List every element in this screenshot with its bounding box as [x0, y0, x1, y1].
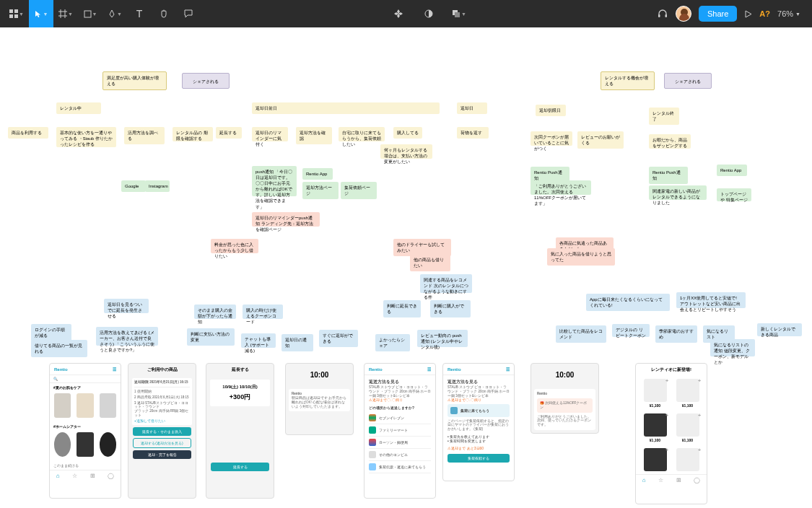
shape-tool[interactable]: ▼: [78, 0, 102, 27]
return-method-button[interactable]: 返却する(返却方法を見る): [133, 438, 191, 448]
mockup-push-return[interactable]: 10:00 Rentio 明日商品は返却日です お手元から離れればOK! 心配な…: [285, 363, 354, 435]
sticky-note[interactable]: デジタルの リピートクーポン: [612, 324, 650, 337]
sticky-note[interactable]: 借りてる商品の一覧が見れる: [31, 340, 87, 357]
sticky-note[interactable]: 関連家電の新しい商品がレンタルできるようになりました: [649, 185, 707, 200]
mockup-extend[interactable]: 延長する 10/9(土) 10/10(日) +300円 延長する: [206, 363, 274, 499]
sticky-note[interactable]: 返却日: [457, 102, 487, 114]
sticky-note[interactable]: すぐに返却ができる: [319, 330, 358, 347]
notification-badge[interactable]: A?: [759, 9, 770, 18]
user-icon: ◯: [108, 473, 114, 479]
sticky-note[interactable]: お暇だから、商品をザッピングする: [649, 134, 691, 149]
sticky-note[interactable]: 返却日前日: [252, 102, 440, 114]
sticky-note[interactable]: 他の商品も借りたい: [410, 254, 450, 271]
present-icon[interactable]: [744, 10, 752, 18]
sticky-note[interactable]: 判断に支払い方法の変更: [187, 328, 235, 346]
extend-button[interactable]: 延長する・そのまま購入: [133, 427, 191, 436]
mockup-new-arrivals[interactable]: レンティオに新登場! ¥1,100 ¥1,100 ¥1,100 ¥1,100 ⌂…: [635, 363, 707, 504]
share-button[interactable]: Share: [699, 6, 737, 22]
mockup-pickup[interactable]: Rentio☰ 返送方法を見る STAUB ストウブ ピコ・ココット・ラウンド …: [442, 363, 515, 481]
sticky-note[interactable]: 返却方法ページ: [302, 182, 339, 199]
sticky-note[interactable]: 比較してた商品をレコメンド: [556, 325, 606, 343]
pen-tool[interactable]: ▼: [102, 0, 127, 27]
extend-confirm-button[interactable]: 延長する: [211, 463, 269, 471]
sticky-note[interactable]: 返却切限日: [536, 105, 566, 116]
mockup-rental-items[interactable]: ご利用中の商品 返却期限 2021年6月21日(月) 16:15 1 使用開始 …: [128, 363, 196, 499]
sticky-note[interactable]: 満足度が高い購入体験が増える: [102, 71, 167, 90]
sticky-note[interactable]: チャットも導入 (サポート減る): [241, 333, 276, 348]
mask-icon[interactable]: [416, 0, 441, 27]
sticky-note[interactable]: 荷物を返す: [457, 127, 489, 139]
sticky-note[interactable]: レンタル中: [56, 102, 101, 114]
figma-menu[interactable]: ▼: [4, 0, 29, 27]
cart-icon: ⊞: [676, 477, 681, 483]
sticky-note[interactable]: 料金が思った色に入ったからもう少し借りたい: [211, 239, 258, 253]
comment-tool[interactable]: [176, 0, 201, 27]
sticky-note[interactable]: push通知 「今日〇日は返却日です。 〇〇日中にお手元から離れればOKです。詳…: [252, 166, 297, 196]
sticky-note[interactable]: レンタルする機会が増える: [601, 71, 655, 90]
sticky-note[interactable]: トップページや 特集ページ: [717, 188, 751, 201]
sticky-note[interactable]: Rentio App: [717, 165, 747, 176]
sticky-note[interactable]: 購入してる: [393, 127, 422, 139]
sticky-note[interactable]: 自宅に取りに来てもらうから、集荷依頼したい: [339, 127, 385, 141]
sticky-note[interactable]: 季節家電のおすすめ: [655, 325, 697, 343]
sticky-note[interactable]: 「ご利用ありがとうございました。次回使える11%OFFクーポンが届いてます」: [531, 180, 591, 195]
sticky-note[interactable]: 気に入った商品を借りようと思ってた: [547, 248, 615, 266]
text-tool[interactable]: T: [127, 0, 152, 27]
sticky-note[interactable]: 返却方法を確認: [296, 127, 332, 144]
svg-rect-8: [84, 11, 91, 17]
sticky-note[interactable]: 商品を利用する: [8, 127, 48, 139]
menu-icon: ☰: [427, 367, 431, 372]
svg-rect-13: [665, 14, 668, 17]
sticky-note[interactable]: Rentio Push通知: [649, 167, 688, 184]
menu-icon: ☰: [113, 367, 116, 372]
sticky-note[interactable]: 判断に購入ができる: [430, 300, 471, 318]
mockup-return-stores[interactable]: Rentio☰ 返送方法を見る STAUB ストウブ ピコ・ココット・ラウンド …: [364, 363, 436, 499]
sticky-note[interactable]: 延長する: [216, 127, 242, 139]
sticky-note[interactable]: シェアされる: [182, 73, 230, 89]
pickup-confirm-button[interactable]: 集荷依頼する: [448, 454, 510, 463]
sticky-note[interactable]: 返却日のリマインダーに気付く: [252, 127, 288, 141]
sticky-note[interactable]: Appに毎日来たくなるくらいになってくれている!: [586, 294, 670, 311]
sticky-note[interactable]: 返却日のリマインダーpush通知 ランディング先：返却方法を確認ページ: [252, 212, 320, 227]
canvas[interactable]: 満足度が高い購入体験が増える シェアされる レンタルする機会が増える シェアされ…: [0, 27, 812, 508]
sticky-note[interactable]: 集荷依頼ページ: [341, 182, 377, 199]
mockup-push-coupon[interactable]: 10:00 Rentio 🎁 次回使える11%OFFクーポン ご利用ありがとうご…: [531, 363, 599, 434]
component-icon[interactable]: [386, 0, 411, 27]
sticky-note[interactable]: 何ヶ月もレンタルする場合は、支払い方法の変更がしたい: [380, 144, 432, 159]
sticky-note[interactable]: 気になるリストの通知 値段変更、クーポン、新モデルとか: [710, 339, 755, 356]
sticky-note[interactable]: レンタル終了: [649, 108, 679, 125]
mockup-app-home[interactable]: Rentio☰ 🔍 #夏のお肌をケア #ホームシアター このまま続ける ⌂☆⊞◯: [49, 363, 121, 499]
sticky-note[interactable]: 活用方法を調べる: [124, 127, 165, 144]
sticky-note[interactable]: レビューのお願いがくる: [577, 131, 624, 149]
sticky-note[interactable]: 返却日を見るついでに延長を発生させる: [104, 299, 149, 313]
svg-rect-1: [14, 9, 18, 13]
sticky-note[interactable]: ログインの手順が減る: [31, 324, 71, 341]
toolbar: ▼ ▼ ▼ ▼ ▼ T ▼ Share: [0, 0, 812, 27]
sticky-note[interactable]: 返却日の通知: [281, 334, 313, 351]
svg-rect-11: [455, 12, 460, 17]
sticky-note[interactable]: そのまま購入の金額が下がったら通知: [194, 305, 236, 319]
sticky-note[interactable]: 新しくレンタルできる商品: [757, 323, 802, 336]
sticky-note[interactable]: 判断に延長できる: [383, 300, 421, 318]
svg-rect-12: [658, 14, 660, 17]
zoom-level[interactable]: 76%▼: [777, 9, 800, 18]
sticky-note[interactable]: 活用方法を教えてあげる (メーカー、お客さん送付で良さそう) 「こういうふうに使…: [96, 327, 158, 346]
sticky-note[interactable]: 基本的な使い方を一通りやってみる ・Staub 作りたかったレシピを作る: [56, 127, 116, 147]
user-avatar[interactable]: [676, 6, 691, 22]
boolean-icon[interactable]: ▼: [447, 0, 471, 27]
sticky-note[interactable]: 購入の時だけ使えるクーポンコード: [243, 305, 283, 319]
frame-tool[interactable]: ▼: [53, 0, 78, 27]
sticky-note[interactable]: 関連する商品をレコメンド 次のレンタルにつながるような動きにする件: [420, 274, 472, 293]
headphone-icon[interactable]: [657, 8, 668, 19]
sticky-note[interactable]: レビュー動向の push通知 (レンタル中やレンタル後): [417, 330, 468, 347]
sticky-note[interactable]: レンタル品の 期限を確認する: [173, 127, 213, 141]
sticky-note[interactable]: Rentio App: [302, 168, 333, 180]
sticky-note[interactable]: よかったらシェア: [375, 334, 410, 351]
sticky-note[interactable]: 1ヶ月XX使用してると安値で! アウトレットなど安い商品に出会えるとリピートしや…: [676, 292, 746, 308]
move-tool[interactable]: ▼: [29, 0, 53, 27]
sticky-note[interactable]: Google: [121, 180, 146, 192]
sticky-note[interactable]: シェアされる: [664, 73, 712, 89]
sticky-note[interactable]: 次回クーポンが届いていることに気がつく: [531, 131, 572, 146]
hand-tool[interactable]: [152, 0, 176, 27]
sticky-note[interactable]: Instagram: [145, 180, 170, 192]
